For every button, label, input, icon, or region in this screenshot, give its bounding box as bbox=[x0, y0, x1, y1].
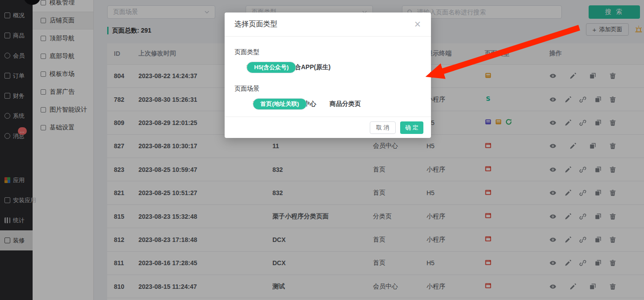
modal-section-label: 页面场景 bbox=[234, 85, 431, 92]
confirm-button[interactable]: 确 定 bbox=[400, 121, 423, 134]
modal-option-row: 普通页面会员中心商品分类页首页(地址关联) bbox=[253, 98, 431, 110]
cancel-button[interactable]: 取 消 bbox=[370, 121, 396, 134]
modal-header: 选择页面类型 ✕ bbox=[225, 12, 431, 37]
modal-option-row: H5(含公众号)微信小程序聚合APP(原生) bbox=[247, 62, 431, 73]
modal-footer: 取 消 确 定 bbox=[225, 117, 431, 138]
option-h5[interactable]: H5(含公众号) bbox=[247, 62, 296, 73]
modal-section-label: 页面类型 bbox=[234, 49, 431, 55]
modal-body: 页面类型H5(含公众号)微信小程序聚合APP(原生)页面场景普通页面会员中心商品… bbox=[225, 49, 431, 110]
option-goods-category[interactable]: 商品分类页 bbox=[330, 100, 361, 108]
select-page-type-modal: 选择页面类型 ✕ 页面类型H5(含公众号)微信小程序聚合APP(原生)页面场景普… bbox=[225, 12, 431, 138]
modal-title: 选择页面类型 bbox=[234, 20, 277, 29]
close-icon[interactable]: ✕ bbox=[414, 20, 421, 29]
option-home-address[interactable]: 首页(地址关联) bbox=[253, 98, 307, 110]
